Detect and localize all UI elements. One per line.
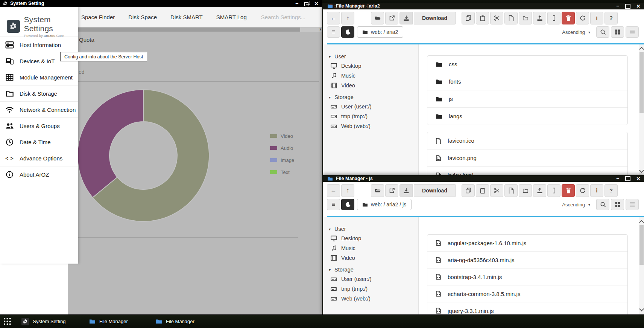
file-row[interactable]: favicon.png <box>427 150 627 167</box>
sidebar-item-host-information[interactable]: Host Information <box>0 37 78 53</box>
tree-item-music[interactable]: Music <box>323 243 418 253</box>
sidebar-item-date-time[interactable]: Date & Time <box>0 134 78 150</box>
open-folder-button[interactable] <box>371 12 384 24</box>
download-icon-button[interactable] <box>399 184 413 197</box>
scrollbar-thumb[interactable] <box>71 27 300 32</box>
tree-item-music[interactable]: Music <box>323 71 418 81</box>
system-settings-titlebar[interactable]: System Setting − × <box>0 0 322 7</box>
close-button[interactable]: × <box>636 3 640 9</box>
folder-row[interactable]: js <box>427 90 627 108</box>
tab-scrollbar[interactable]: › <box>70 27 322 32</box>
scroll-up-icon[interactable] <box>639 47 644 52</box>
list-view-button[interactable] <box>626 199 639 210</box>
search-button[interactable] <box>596 199 609 210</box>
download-button[interactable]: Download <box>414 12 456 24</box>
sidebar-item-disk-storage[interactable]: Disk & Storage <box>0 85 78 101</box>
grid-view-button[interactable] <box>611 26 624 38</box>
tree-section-user[interactable]: ▾User <box>323 224 418 233</box>
tree-item-video[interactable]: Video <box>323 81 418 90</box>
taskbar-item-system-setting[interactable]: System Setting <box>21 315 65 328</box>
tree-item-tmp-drive[interactable]: tmp (tmp:/) <box>323 111 418 121</box>
breadcrumb[interactable]: web: / aria2 <box>357 26 403 38</box>
folder-row[interactable]: fonts <box>427 73 627 90</box>
refresh-button[interactable] <box>576 184 589 197</box>
sidebar-item-advance-options[interactable]: < > Advance Options <box>0 150 78 166</box>
download-button[interactable]: Download <box>414 184 456 197</box>
tree-item-tmp-drive[interactable]: tmp (tmp:/) <box>323 284 418 294</box>
paste-button[interactable] <box>476 12 489 24</box>
tree-item-video[interactable]: Video <box>323 253 418 263</box>
apps-menu-button[interactable] <box>3 315 12 328</box>
tree-item-user-drive[interactable]: User (user:/) <box>323 102 418 111</box>
minimize-button[interactable]: − <box>295 1 298 6</box>
back-button[interactable]: ← <box>327 12 340 24</box>
help-button[interactable]: ? <box>605 184 618 197</box>
new-file-button[interactable] <box>504 184 518 197</box>
file-row[interactable]: angular-packages-1.6.10.min.js <box>427 235 627 252</box>
settings-search-input[interactable] <box>260 14 306 21</box>
file-row[interactable]: aria-ng-da5356c403.min.js <box>427 252 627 269</box>
tree-section-storage[interactable]: ▾Storage <box>323 93 418 102</box>
open-external-button[interactable] <box>385 12 398 24</box>
titlebar[interactable]: October 16 18:09 File Manager - aria2 − … <box>323 3 644 9</box>
sidebar-item-about-aroz[interactable]: About ArOZ <box>0 166 78 182</box>
tab-space-finder[interactable]: Space Finder <box>81 14 115 20</box>
scroll-up-icon[interactable] <box>639 220 644 225</box>
legend-item-audio[interactable]: Audio <box>270 146 294 150</box>
new-file-button[interactable] <box>504 12 518 24</box>
legend-item-text[interactable]: Text <box>270 170 294 174</box>
tab-disk-space[interactable]: Disk Space <box>128 14 157 20</box>
restore-button[interactable] <box>304 1 308 6</box>
up-button[interactable]: ↑ <box>341 12 354 24</box>
minimize-button[interactable]: − <box>616 3 619 9</box>
upload-button[interactable] <box>533 12 546 24</box>
new-folder-button[interactable] <box>519 12 532 24</box>
tree-section-storage[interactable]: ▾Storage <box>323 265 418 274</box>
legend-item-image[interactable]: Image <box>270 158 294 162</box>
rename-button[interactable] <box>547 12 560 24</box>
copy-button[interactable] <box>462 184 475 197</box>
taskbar-item-file-manager-2[interactable]: File Manager <box>156 315 194 328</box>
tree-item-desktop[interactable]: Desktop <box>323 233 418 243</box>
search-button[interactable] <box>596 26 609 38</box>
scrollbar[interactable] <box>639 44 644 175</box>
maximize-button[interactable] <box>625 4 630 9</box>
titlebar[interactable]: File Manager - js − × <box>323 175 644 182</box>
cut-button[interactable] <box>490 184 503 197</box>
sidebar-item-network-connection[interactable]: Network & Connection <box>0 101 78 117</box>
tree-section-user[interactable]: ▾User <box>323 52 418 61</box>
legend-item-video[interactable]: Video <box>270 134 294 138</box>
close-button[interactable]: × <box>314 0 318 7</box>
paste-button[interactable] <box>476 184 489 197</box>
file-row[interactable]: jquery-3.3.1.min.js <box>427 302 627 314</box>
grid-view-button[interactable] <box>611 199 624 210</box>
breadcrumb[interactable]: web: / aria2 / js <box>357 199 412 210</box>
file-row[interactable]: bootstrap-3.4.1.min.js <box>427 269 627 285</box>
scrollbar-thumb[interactable] <box>639 52 644 113</box>
tab-smart-log[interactable]: SMART Log <box>216 14 247 20</box>
dark-mode-toggle[interactable] <box>341 199 354 210</box>
folder-row[interactable]: langs <box>427 108 627 125</box>
help-button[interactable]: ? <box>605 12 618 24</box>
taskbar-item-file-manager-1[interactable]: File Manager <box>89 315 128 328</box>
upload-button[interactable] <box>533 184 546 197</box>
file-row[interactable]: index.html <box>427 167 627 175</box>
file-row[interactable]: echarts-common-3.8.5.min.js <box>427 285 627 302</box>
refresh-button[interactable] <box>576 12 589 24</box>
copy-button[interactable] <box>462 12 475 24</box>
scrollbar[interactable] <box>639 217 644 314</box>
scroll-down-icon[interactable] <box>639 168 644 173</box>
delete-button[interactable] <box>562 12 575 24</box>
list-view-button[interactable] <box>626 26 639 38</box>
maximize-button[interactable] <box>625 176 630 181</box>
rename-button[interactable] <box>547 184 560 197</box>
tab-disk-smart[interactable]: Disk SMART <box>170 14 203 20</box>
tree-item-web-drive[interactable]: Web (web:/) <box>323 294 418 304</box>
scroll-right-arrow[interactable]: › <box>319 26 321 32</box>
delete-button[interactable] <box>562 184 575 197</box>
download-icon-button[interactable] <box>399 12 413 24</box>
new-folder-button[interactable] <box>519 184 532 197</box>
close-button[interactable]: × <box>636 175 640 182</box>
folder-row[interactable]: css <box>427 56 627 73</box>
tree-item-web-drive[interactable]: Web (web:/) <box>323 121 418 131</box>
